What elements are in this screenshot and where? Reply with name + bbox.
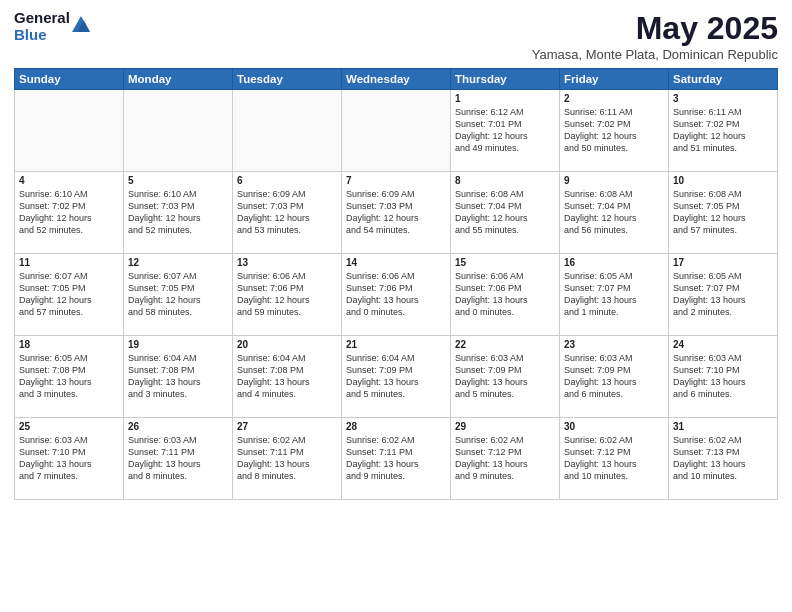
weekday-header-thursday: Thursday	[451, 69, 560, 90]
cell-content: Sunrise: 6:02 AM Sunset: 7:12 PM Dayligh…	[455, 434, 555, 483]
day-number: 22	[455, 339, 555, 350]
day-number: 2	[564, 93, 664, 104]
cell-content: Sunrise: 6:02 AM Sunset: 7:11 PM Dayligh…	[346, 434, 446, 483]
header: General Blue May 2025 Yamasa, Monte Plat…	[14, 10, 778, 62]
day-cell: 3Sunrise: 6:11 AM Sunset: 7:02 PM Daylig…	[669, 90, 778, 172]
cell-content: Sunrise: 6:09 AM Sunset: 7:03 PM Dayligh…	[346, 188, 446, 237]
cell-content: Sunrise: 6:12 AM Sunset: 7:01 PM Dayligh…	[455, 106, 555, 155]
cell-content: Sunrise: 6:08 AM Sunset: 7:05 PM Dayligh…	[673, 188, 773, 237]
day-cell: 24Sunrise: 6:03 AM Sunset: 7:10 PM Dayli…	[669, 336, 778, 418]
cell-content: Sunrise: 6:05 AM Sunset: 7:07 PM Dayligh…	[673, 270, 773, 319]
day-number: 10	[673, 175, 773, 186]
day-number: 20	[237, 339, 337, 350]
day-cell: 31Sunrise: 6:02 AM Sunset: 7:13 PM Dayli…	[669, 418, 778, 500]
logo: General Blue	[14, 10, 90, 43]
day-cell: 1Sunrise: 6:12 AM Sunset: 7:01 PM Daylig…	[451, 90, 560, 172]
day-cell: 18Sunrise: 6:05 AM Sunset: 7:08 PM Dayli…	[15, 336, 124, 418]
cell-content: Sunrise: 6:07 AM Sunset: 7:05 PM Dayligh…	[128, 270, 228, 319]
day-number: 16	[564, 257, 664, 268]
day-number: 28	[346, 421, 446, 432]
week-row-2: 4Sunrise: 6:10 AM Sunset: 7:02 PM Daylig…	[15, 172, 778, 254]
logo-icon	[72, 14, 90, 32]
day-cell: 14Sunrise: 6:06 AM Sunset: 7:06 PM Dayli…	[342, 254, 451, 336]
day-number: 31	[673, 421, 773, 432]
weekday-header-sunday: Sunday	[15, 69, 124, 90]
day-number: 9	[564, 175, 664, 186]
calendar: SundayMondayTuesdayWednesdayThursdayFrid…	[14, 68, 778, 500]
day-cell: 13Sunrise: 6:06 AM Sunset: 7:06 PM Dayli…	[233, 254, 342, 336]
cell-content: Sunrise: 6:04 AM Sunset: 7:08 PM Dayligh…	[128, 352, 228, 401]
week-row-1: 1Sunrise: 6:12 AM Sunset: 7:01 PM Daylig…	[15, 90, 778, 172]
day-cell	[342, 90, 451, 172]
day-cell: 30Sunrise: 6:02 AM Sunset: 7:12 PM Dayli…	[560, 418, 669, 500]
day-cell: 8Sunrise: 6:08 AM Sunset: 7:04 PM Daylig…	[451, 172, 560, 254]
weekday-header-friday: Friday	[560, 69, 669, 90]
day-number: 14	[346, 257, 446, 268]
day-cell: 20Sunrise: 6:04 AM Sunset: 7:08 PM Dayli…	[233, 336, 342, 418]
day-cell	[124, 90, 233, 172]
day-cell: 21Sunrise: 6:04 AM Sunset: 7:09 PM Dayli…	[342, 336, 451, 418]
day-cell: 2Sunrise: 6:11 AM Sunset: 7:02 PM Daylig…	[560, 90, 669, 172]
day-number: 24	[673, 339, 773, 350]
logo-general: General	[14, 10, 70, 27]
day-number: 8	[455, 175, 555, 186]
cell-content: Sunrise: 6:03 AM Sunset: 7:09 PM Dayligh…	[455, 352, 555, 401]
day-number: 30	[564, 421, 664, 432]
cell-content: Sunrise: 6:02 AM Sunset: 7:12 PM Dayligh…	[564, 434, 664, 483]
logo-blue: Blue	[14, 27, 70, 44]
weekday-header-tuesday: Tuesday	[233, 69, 342, 90]
cell-content: Sunrise: 6:03 AM Sunset: 7:11 PM Dayligh…	[128, 434, 228, 483]
cell-content: Sunrise: 6:05 AM Sunset: 7:08 PM Dayligh…	[19, 352, 119, 401]
day-cell: 6Sunrise: 6:09 AM Sunset: 7:03 PM Daylig…	[233, 172, 342, 254]
page: General Blue May 2025 Yamasa, Monte Plat…	[0, 0, 792, 612]
cell-content: Sunrise: 6:08 AM Sunset: 7:04 PM Dayligh…	[564, 188, 664, 237]
cell-content: Sunrise: 6:04 AM Sunset: 7:08 PM Dayligh…	[237, 352, 337, 401]
cell-content: Sunrise: 6:04 AM Sunset: 7:09 PM Dayligh…	[346, 352, 446, 401]
cell-content: Sunrise: 6:03 AM Sunset: 7:10 PM Dayligh…	[19, 434, 119, 483]
day-number: 1	[455, 93, 555, 104]
week-row-5: 25Sunrise: 6:03 AM Sunset: 7:10 PM Dayli…	[15, 418, 778, 500]
day-cell: 27Sunrise: 6:02 AM Sunset: 7:11 PM Dayli…	[233, 418, 342, 500]
day-cell	[233, 90, 342, 172]
day-cell: 4Sunrise: 6:10 AM Sunset: 7:02 PM Daylig…	[15, 172, 124, 254]
title-block: May 2025 Yamasa, Monte Plata, Dominican …	[532, 10, 778, 62]
day-number: 23	[564, 339, 664, 350]
day-number: 11	[19, 257, 119, 268]
location: Yamasa, Monte Plata, Dominican Republic	[532, 47, 778, 62]
day-number: 12	[128, 257, 228, 268]
day-cell: 16Sunrise: 6:05 AM Sunset: 7:07 PM Dayli…	[560, 254, 669, 336]
day-cell: 15Sunrise: 6:06 AM Sunset: 7:06 PM Dayli…	[451, 254, 560, 336]
day-cell	[15, 90, 124, 172]
day-cell: 11Sunrise: 6:07 AM Sunset: 7:05 PM Dayli…	[15, 254, 124, 336]
cell-content: Sunrise: 6:07 AM Sunset: 7:05 PM Dayligh…	[19, 270, 119, 319]
cell-content: Sunrise: 6:02 AM Sunset: 7:11 PM Dayligh…	[237, 434, 337, 483]
day-number: 26	[128, 421, 228, 432]
cell-content: Sunrise: 6:10 AM Sunset: 7:03 PM Dayligh…	[128, 188, 228, 237]
day-number: 15	[455, 257, 555, 268]
day-cell: 22Sunrise: 6:03 AM Sunset: 7:09 PM Dayli…	[451, 336, 560, 418]
cell-content: Sunrise: 6:02 AM Sunset: 7:13 PM Dayligh…	[673, 434, 773, 483]
weekday-header-saturday: Saturday	[669, 69, 778, 90]
day-cell: 19Sunrise: 6:04 AM Sunset: 7:08 PM Dayli…	[124, 336, 233, 418]
day-number: 7	[346, 175, 446, 186]
weekday-header-wednesday: Wednesday	[342, 69, 451, 90]
cell-content: Sunrise: 6:06 AM Sunset: 7:06 PM Dayligh…	[346, 270, 446, 319]
cell-content: Sunrise: 6:08 AM Sunset: 7:04 PM Dayligh…	[455, 188, 555, 237]
logo-text: General Blue	[14, 10, 70, 43]
day-cell: 28Sunrise: 6:02 AM Sunset: 7:11 PM Dayli…	[342, 418, 451, 500]
day-cell: 29Sunrise: 6:02 AM Sunset: 7:12 PM Dayli…	[451, 418, 560, 500]
day-number: 27	[237, 421, 337, 432]
day-cell: 26Sunrise: 6:03 AM Sunset: 7:11 PM Dayli…	[124, 418, 233, 500]
day-number: 29	[455, 421, 555, 432]
cell-content: Sunrise: 6:10 AM Sunset: 7:02 PM Dayligh…	[19, 188, 119, 237]
day-cell: 9Sunrise: 6:08 AM Sunset: 7:04 PM Daylig…	[560, 172, 669, 254]
week-row-4: 18Sunrise: 6:05 AM Sunset: 7:08 PM Dayli…	[15, 336, 778, 418]
day-number: 4	[19, 175, 119, 186]
day-cell: 12Sunrise: 6:07 AM Sunset: 7:05 PM Dayli…	[124, 254, 233, 336]
day-number: 6	[237, 175, 337, 186]
cell-content: Sunrise: 6:06 AM Sunset: 7:06 PM Dayligh…	[237, 270, 337, 319]
weekday-header-row: SundayMondayTuesdayWednesdayThursdayFrid…	[15, 69, 778, 90]
cell-content: Sunrise: 6:09 AM Sunset: 7:03 PM Dayligh…	[237, 188, 337, 237]
day-cell: 23Sunrise: 6:03 AM Sunset: 7:09 PM Dayli…	[560, 336, 669, 418]
cell-content: Sunrise: 6:03 AM Sunset: 7:09 PM Dayligh…	[564, 352, 664, 401]
